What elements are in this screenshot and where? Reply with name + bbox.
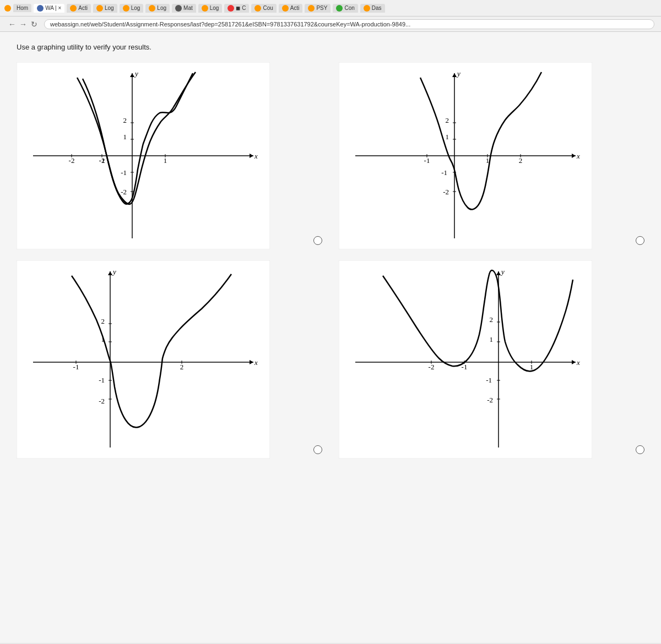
svg-text:y: y xyxy=(456,69,460,78)
tab-home[interactable]: Hom xyxy=(13,4,31,12)
svg-text:1: 1 xyxy=(446,133,449,141)
address-bar: ← → ↻ webassign.net/web/Student/Assignme… xyxy=(0,17,661,32)
tab-icon-mat xyxy=(175,5,182,12)
tab-bar: Hom WA | × Acti Log Log Log Mat Log ◼ C … xyxy=(0,0,661,17)
graph-option-4: -2 -1 1 x 2 1 -1 -2 y xyxy=(339,260,644,459)
tab-icon-c xyxy=(227,5,234,12)
tab-icon-das xyxy=(364,5,370,12)
svg-text:y: y xyxy=(134,69,138,78)
svg-text:-1: -1 xyxy=(486,376,492,384)
svg-text:2: 2 xyxy=(180,363,184,371)
svg-text:x: x xyxy=(576,358,580,367)
svg-rect-43 xyxy=(17,260,270,459)
graph-svg-4: -2 -1 1 x 2 1 -1 -2 y xyxy=(339,260,592,459)
refresh-button[interactable]: ↻ xyxy=(29,19,40,30)
instruction-text: Use a graphing utility to verify your re… xyxy=(17,43,644,51)
svg-text:-2: -2 xyxy=(443,188,449,196)
svg-text:x: x xyxy=(254,358,258,367)
svg-text:x: x xyxy=(576,152,580,160)
url-bar[interactable]: webassign.net/web/Student/Assignment-Res… xyxy=(44,19,654,29)
tab-wa[interactable]: WA | × xyxy=(34,4,64,13)
tab-cou[interactable]: Cou xyxy=(251,4,276,13)
graph-container-1: -2 -2 -1 1 x 2 1 -1 -2 y xyxy=(17,62,307,249)
svg-rect-62 xyxy=(339,260,592,459)
svg-text:2: 2 xyxy=(446,116,449,124)
radio-option-3[interactable] xyxy=(313,445,322,454)
tab-log1[interactable]: Log xyxy=(93,4,117,13)
svg-text:-1: -1 xyxy=(73,363,79,371)
tab-das[interactable]: Das xyxy=(360,4,385,13)
tab-mat[interactable]: Mat xyxy=(172,4,196,13)
radio-option-4[interactable] xyxy=(636,445,644,454)
svg-text:-1: -1 xyxy=(424,156,430,165)
back-button[interactable]: ← xyxy=(7,19,18,30)
tab-log2[interactable]: Log xyxy=(120,4,144,13)
graph-container-4: -2 -1 1 x 2 1 -1 -2 y xyxy=(339,260,629,459)
svg-text:2: 2 xyxy=(101,317,105,325)
svg-text:2: 2 xyxy=(490,315,494,324)
tab-acti2[interactable]: Acti xyxy=(279,4,303,13)
tab-psy[interactable]: PSY xyxy=(305,4,330,13)
svg-text:-1: -1 xyxy=(121,168,127,177)
main-content: Use a graphing utility to verify your re… xyxy=(0,32,661,643)
svg-text:-2: -2 xyxy=(429,363,435,371)
svg-text:x: x xyxy=(254,152,258,160)
svg-text:2: 2 xyxy=(123,116,127,124)
tab-wa-icon xyxy=(37,5,44,12)
svg-text:1: 1 xyxy=(490,335,494,343)
graph-container-2: -1 1 2 x 2 1 -1 -2 y xyxy=(339,62,629,249)
graph-option-1: -2 -2 -1 1 x 2 1 -1 -2 y xyxy=(17,62,322,249)
graphs-grid: -2 -2 -1 1 x 2 1 -1 -2 y xyxy=(17,62,644,459)
svg-text:1: 1 xyxy=(530,363,534,371)
radio-option-1[interactable] xyxy=(313,236,322,245)
tab-icon-log2 xyxy=(123,5,129,12)
tab-icon-cou xyxy=(254,5,261,12)
graph-option-2: -1 1 2 x 2 1 -1 -2 y xyxy=(339,62,644,249)
tab-log3[interactable]: Log xyxy=(145,4,170,13)
tab-icon-acti2 xyxy=(282,5,289,12)
tab-icon-log4 xyxy=(202,5,208,12)
tab-log4[interactable]: Log xyxy=(198,4,223,13)
svg-text:1: 1 xyxy=(123,133,127,141)
svg-text:y: y xyxy=(500,268,505,276)
graph-svg-2: -1 1 2 x 2 1 -1 -2 y xyxy=(339,62,592,249)
svg-text:-2: -2 xyxy=(69,156,75,165)
tab-icon-acti1 xyxy=(70,5,77,12)
tab-icon-1 xyxy=(4,5,11,12)
tab-icon-log1 xyxy=(96,5,103,12)
forward-button[interactable]: → xyxy=(18,19,29,30)
svg-text:-1: -1 xyxy=(441,168,447,177)
radio-option-2[interactable] xyxy=(636,236,644,245)
svg-text:-1: -1 xyxy=(99,376,105,384)
svg-text:-1: -1 xyxy=(99,156,105,165)
graph-container-3: -1 2 x 2 1 -1 -2 y xyxy=(17,260,307,459)
svg-text:-2: -2 xyxy=(99,397,105,405)
graph-option-3: -1 2 x 2 1 -1 -2 y xyxy=(17,260,322,459)
tab-c[interactable]: ◼ C xyxy=(224,4,249,13)
svg-text:y: y xyxy=(112,268,116,276)
tab-con[interactable]: Con xyxy=(333,4,357,13)
tab-icon-log3 xyxy=(149,5,155,12)
tab-icon-con xyxy=(336,5,343,12)
svg-text:2: 2 xyxy=(519,156,523,165)
graph-svg-1: -2 -2 -1 1 x 2 1 -1 -2 y xyxy=(17,62,270,249)
graph-svg-3: -1 2 x 2 1 -1 -2 y xyxy=(17,260,270,459)
svg-text:-2: -2 xyxy=(487,396,493,404)
svg-text:1: 1 xyxy=(164,156,167,165)
tab-acti1[interactable]: Acti xyxy=(67,4,91,13)
tab-icon-psy xyxy=(308,5,315,12)
svg-text:-2: -2 xyxy=(121,188,127,196)
